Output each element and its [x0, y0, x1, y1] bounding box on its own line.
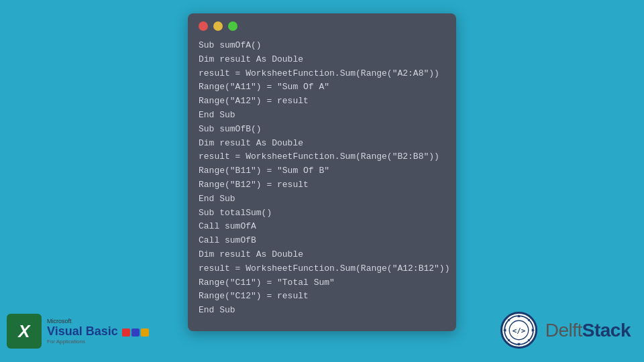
vba-cubes [122, 328, 149, 337]
for-apps-label: For Applications [47, 339, 85, 345]
ms-label: Microsoft [47, 318, 72, 324]
cube-yellow [141, 328, 149, 337]
delftstack-logo: </> DelftStack [500, 312, 631, 349]
code-block: Sub sumOfA() Dim result As Double result… [188, 39, 456, 331]
cube-blue [131, 328, 140, 337]
vba-logo: Microsoft Visual Basic For Applications [47, 318, 149, 345]
code-window: Sub sumOfA() Dim result As Double result… [188, 13, 456, 331]
maximize-dot[interactable] [228, 21, 237, 31]
delft-text: DelftStack [545, 321, 631, 340]
excel-letter: X [18, 321, 30, 342]
title-bar [188, 13, 456, 39]
excel-vba-logo: X Microsoft Visual Basic For Application… [7, 314, 149, 349]
delft-brand-name: DelftStack [545, 321, 631, 340]
vba-label: Visual Basic [47, 324, 118, 339]
delft-logo-circle: </> [500, 312, 537, 349]
cube-red [122, 328, 130, 337]
close-dot[interactable] [199, 21, 208, 31]
svg-text:</>: </> [513, 326, 525, 335]
excel-icon: X [7, 314, 42, 349]
delft-spikes-svg: </> [502, 314, 535, 347]
minimize-dot[interactable] [213, 21, 223, 31]
